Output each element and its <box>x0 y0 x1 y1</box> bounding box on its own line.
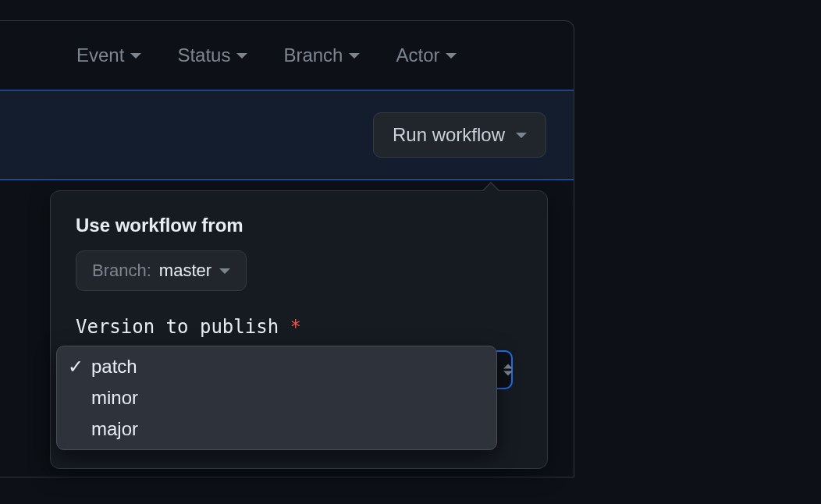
version-option-major[interactable]: major <box>57 413 496 445</box>
filter-event-label: Event <box>76 44 124 66</box>
filter-status-label: Status <box>177 44 230 66</box>
check-icon: ✓ <box>68 356 82 378</box>
filter-event[interactable]: Event <box>76 44 141 66</box>
version-dropdown-menu: ✓ patch minor major <box>56 346 497 450</box>
caret-down-icon <box>219 268 230 274</box>
option-label: minor <box>91 387 138 409</box>
option-label: major <box>91 418 138 440</box>
caret-down-icon <box>446 53 457 59</box>
popover-title: Use workflow from <box>76 215 522 236</box>
workflow-dispatch-bar: Run workflow <box>0 91 574 180</box>
select-stepper-icon <box>503 364 513 376</box>
version-label-text: Version to publish <box>76 316 279 338</box>
run-workflow-button[interactable]: Run workflow <box>373 112 546 158</box>
version-option-minor[interactable]: minor <box>57 382 496 413</box>
filter-actor[interactable]: Actor <box>396 44 457 66</box>
branch-selector[interactable]: Branch: master <box>76 250 247 291</box>
option-label: patch <box>91 356 137 378</box>
filter-actor-label: Actor <box>396 44 439 66</box>
version-field-label: Version to publish * <box>76 316 522 338</box>
caret-down-icon <box>130 53 141 59</box>
branch-selector-label: Branch: <box>92 261 151 281</box>
caret-down-icon <box>349 53 360 59</box>
filter-branch-label: Branch <box>283 44 343 66</box>
run-workflow-label: Run workflow <box>393 124 505 146</box>
caret-down-icon <box>516 133 527 138</box>
branch-selector-value: master <box>159 261 211 281</box>
version-option-patch[interactable]: ✓ patch <box>57 351 496 382</box>
filter-status[interactable]: Status <box>177 44 247 66</box>
filter-branch[interactable]: Branch <box>283 44 360 66</box>
filter-bar: Event Status Branch Actor <box>0 21 574 91</box>
caret-down-icon <box>236 53 247 59</box>
required-asterisk: * <box>290 316 301 338</box>
